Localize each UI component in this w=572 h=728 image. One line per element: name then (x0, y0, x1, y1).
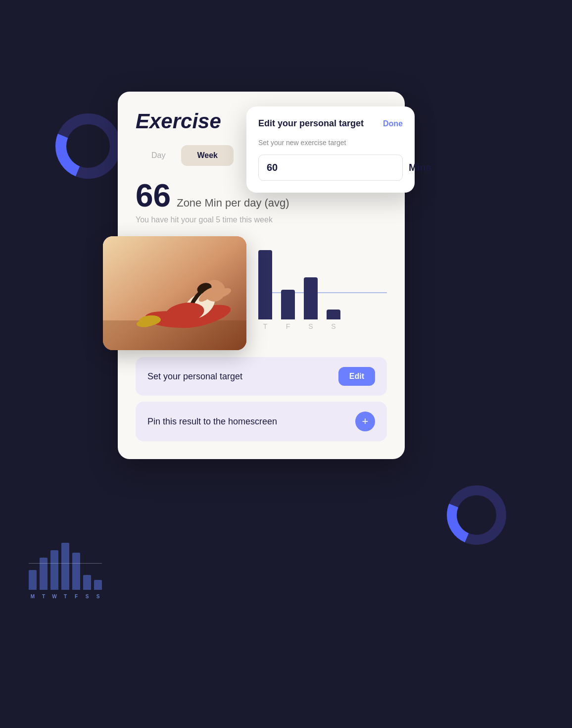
popup-title: Edit your personal target (258, 118, 364, 129)
edit-popup: Edit your personal target Done Set your … (246, 106, 415, 193)
mini-bar-labels: M T W T F S S (29, 594, 102, 599)
bar-x-label: F (286, 322, 290, 330)
action-cards: Set your personal target Edit Pin this r… (136, 357, 387, 441)
popup-header: Edit your personal target Done (258, 118, 403, 129)
big-stat-number: 66 (136, 180, 171, 211)
mini-bar-label-w: W (50, 594, 58, 599)
set-target-card: Set your personal target Edit (136, 357, 387, 396)
plus-icon: + (362, 415, 369, 428)
bar (281, 290, 295, 319)
mini-bar-label-f: F (72, 594, 80, 599)
bar-x-label: T (263, 322, 268, 330)
done-button[interactable]: Done (383, 119, 403, 128)
tab-day[interactable]: Day (136, 145, 181, 166)
bar (327, 310, 340, 319)
unit-label: Mins (409, 162, 435, 173)
pin-homescreen-card: Pin this result to the homescreen + (136, 402, 387, 441)
stats-subtitle: You have hit your goal 5 time this week (136, 215, 387, 224)
mini-bar (29, 570, 37, 590)
donut-chart-right (439, 478, 514, 552)
bar (258, 250, 272, 319)
exercise-target-input[interactable] (258, 155, 403, 181)
bar-f: F (281, 290, 295, 330)
tab-week[interactable]: Week (181, 145, 234, 166)
donut-chart-left (48, 106, 128, 186)
bars-container: T F S S (258, 241, 387, 330)
mini-bar-label-s: S (83, 594, 91, 599)
workout-illustration (103, 236, 246, 350)
mini-bars-container (29, 547, 102, 592)
mini-bar (94, 580, 102, 590)
bar-s2: S (327, 310, 340, 330)
bar-t: T (258, 250, 272, 330)
mini-bar-label-t: T (40, 594, 48, 599)
mini-bar (61, 543, 69, 590)
edit-button[interactable]: Edit (338, 367, 375, 386)
bar (304, 277, 318, 319)
exercise-card: Edit your personal target Done Set your … (118, 92, 405, 459)
mini-bar-label-s2: S (94, 594, 102, 599)
pin-button[interactable]: + (355, 412, 375, 431)
popup-input-row: Mins (258, 155, 403, 181)
bar-s: S (304, 277, 318, 330)
mini-bar (50, 550, 58, 590)
workout-image-inner (103, 236, 246, 350)
set-target-label: Set your personal target (147, 371, 242, 382)
mini-bar-label-m: M (29, 594, 37, 599)
workout-image (103, 236, 246, 350)
mini-bar (72, 553, 80, 590)
mini-bar-chart: M T W T F S S (29, 547, 118, 612)
popup-subtitle: Set your new exercise target (258, 139, 403, 147)
bar-x-label: S (331, 322, 335, 330)
pin-label: Pin this result to the homescreen (147, 416, 277, 427)
mini-bar-label-t2: T (61, 594, 69, 599)
mini-bar (40, 558, 48, 590)
stats-label: Zone Min per day (avg) (177, 197, 289, 209)
bar-x-label: S (308, 322, 313, 330)
mini-bar (83, 575, 91, 590)
